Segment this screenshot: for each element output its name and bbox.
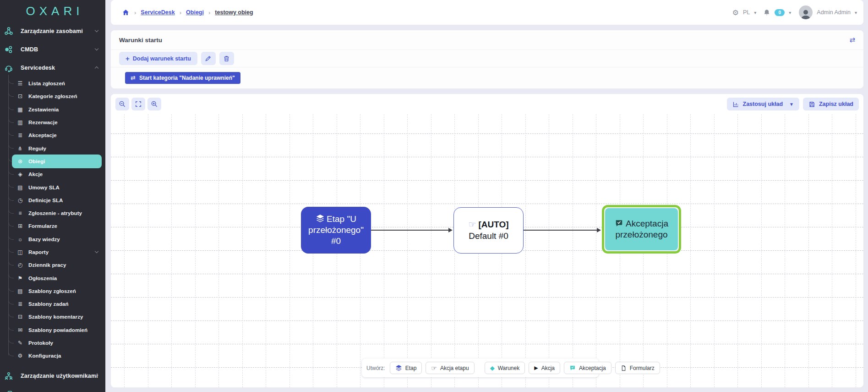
sidebar-item-lista-zgloszen[interactable]: ☰Lista zgłoszeń <box>0 77 105 90</box>
chevron-down-icon: ▼ <box>789 102 794 107</box>
canvas-toolbar: Zastosuj układ ▼ Zapisz układ <box>111 94 863 114</box>
sidebar-item-rezerwacje[interactable]: ▥Rezerwacje <box>0 116 105 129</box>
sidebar-item-zestawienia[interactable]: ▦Zestawienia <box>0 103 105 116</box>
breadcrumb-obiegi[interactable]: Obiegi <box>186 9 204 16</box>
sidebar-item-label: Szablony komentarzy <box>28 314 83 320</box>
node-accept[interactable]: Akceptacja przełożonego <box>605 208 678 250</box>
save-icon <box>808 101 815 108</box>
sidebar-item-zgloszenie-atrybuty[interactable]: ≡Zgłoszenie - atrybuty <box>0 207 105 220</box>
sidebar-item-label: Rezerwacje <box>28 120 58 125</box>
sidebar-item-label: Akceptacje <box>28 133 57 138</box>
hand-point-icon: ☞ <box>431 364 437 372</box>
delete-button[interactable] <box>219 52 234 65</box>
sidebar-item-raporty[interactable]: ◫Raporty <box>0 246 105 259</box>
table-icon: ▦ <box>16 106 24 113</box>
home-icon[interactable] <box>122 9 130 16</box>
create-toolbar-label: Utwórz: <box>366 365 385 371</box>
notification-count-badge[interactable]: 0 <box>775 9 785 16</box>
template-notification-icon: ✉ <box>16 327 24 333</box>
workflow-canvas[interactable]: Zastosuj układ ▼ Zapisz układ Etap "U pr… <box>111 94 863 387</box>
sidebar-item-label: Szablony powiadomień <box>28 327 87 333</box>
chevron-down-icon[interactable]: ▾ <box>855 10 857 15</box>
create-etap-button[interactable]: Etap <box>390 362 422 374</box>
breadcrumb-servicedesk[interactable]: ServiceDesk <box>141 9 175 16</box>
documents-icon <box>4 390 14 392</box>
sidebar-item-akceptacje[interactable]: ≣Akceptacje <box>0 129 105 142</box>
avatar[interactable] <box>799 6 813 19</box>
breadcrumb-separator: › <box>208 9 210 16</box>
chevron-down-icon <box>95 47 98 50</box>
sidebar-item-szablony-zgloszen[interactable]: ▤Szablony zgłoszeń <box>0 285 105 298</box>
form-icon: ⊞ <box>16 223 24 229</box>
sidebar-item-label: Zgłoszenie - atrybuty <box>28 210 82 216</box>
bell-icon[interactable] <box>763 9 770 17</box>
chevron-down-icon[interactable]: ▾ <box>754 10 756 15</box>
create-akcja-etapu-button[interactable]: ☞ Akcja etapu <box>426 362 474 374</box>
sidebar-item-szablony-zadan[interactable]: ≣Szablony zadań <box>0 298 105 310</box>
chevron-down-icon <box>95 249 98 253</box>
sidebar-section-zarzadzanie-zasobami[interactable]: Zarządzanie zasobami <box>0 22 105 40</box>
chevron-down-icon[interactable]: ▾ <box>789 10 791 15</box>
approvals-icon: ≣ <box>16 132 24 138</box>
edit-button[interactable] <box>201 52 216 65</box>
attributes-icon: ≡ <box>16 210 24 216</box>
hand-point-icon: ☞ <box>468 220 476 229</box>
sidebar-item-szablony-komentarzy[interactable]: ⊟Szablony komentarzy <box>0 310 105 323</box>
sidebar-item-label: Obiegi <box>28 159 45 164</box>
breadcrumb-current: testowy obieg <box>215 9 253 16</box>
sidebar-item-protokoly[interactable]: ✎Protokoły <box>0 337 105 349</box>
rules-icon: ⋔ <box>16 145 24 152</box>
fit-view-button[interactable] <box>131 98 145 110</box>
sidebar-item-dziennik-pracy[interactable]: ◴Dziennik pracy <box>0 259 105 271</box>
apply-layout-button[interactable]: Zastosuj układ ▼ <box>727 98 799 110</box>
user-name[interactable]: Admin Admin <box>817 9 851 16</box>
create-warunek-button[interactable]: ◆ Warunek <box>485 362 525 374</box>
swap-icon[interactable]: ⇄ <box>849 36 855 44</box>
gear-icon[interactable]: ⚙ <box>732 8 739 17</box>
sidebar-section-servicedesk[interactable]: Servicedesk <box>0 59 105 77</box>
add-start-condition-button[interactable]: + Dodaj warunek startu <box>119 52 197 65</box>
sidebar-section-cmdb[interactable]: CMDB <box>0 40 105 59</box>
sidebar-item-umowy-sla[interactable]: ▤Umowy SLA <box>0 181 105 193</box>
sidebar-section-label: Servicedesk <box>21 65 55 71</box>
node-etap[interactable]: Etap "U przełożonego" #0 <box>301 207 371 254</box>
language-selector[interactable]: PL <box>743 9 750 16</box>
sidebar-section-label: Zarządzanie zasobami <box>21 28 83 34</box>
sidebar-item-label: Umowy SLA <box>28 185 60 190</box>
create-formularz-button[interactable]: Formularz <box>615 362 660 374</box>
sidebar-item-obiegi[interactable]: ⊛Obiegi <box>0 155 105 168</box>
users-icon <box>4 371 14 381</box>
swap-icon: ⇄ <box>131 74 136 81</box>
layers-icon <box>316 215 325 223</box>
sidebar-item-ogloszenia[interactable]: ⚑Ogłoszenia <box>0 271 105 284</box>
tags-icon: ⊡ <box>16 93 24 99</box>
knowledge-icon: ☼ <box>16 236 24 243</box>
zoom-in-icon <box>151 100 158 108</box>
breadcrumb-separator: › <box>180 9 181 16</box>
start-condition-chip[interactable]: ⇄ Start kategoria "Nadanie uprawnień" <box>125 72 240 84</box>
layout-chart-icon <box>732 101 739 108</box>
sidebar-section-zarzadzanie-dokumentami[interactable]: Zarządzanie dokumentami <box>0 385 105 392</box>
sidebar-item-reguly[interactable]: ⋔Reguły <box>0 142 105 155</box>
zoom-out-button[interactable] <box>115 98 129 110</box>
sidebar-item-formularze[interactable]: ⊞Formularze <box>0 220 105 232</box>
bubble-check-icon <box>569 365 576 371</box>
sidebar-item-bazy-wiedzy[interactable]: ☼Bazy wiedzy <box>0 233 105 246</box>
sidebar-item-definicje-sla[interactable]: ◷Definicje SLA <box>0 194 105 207</box>
sidebar-item-kategorie-zgloszen[interactable]: ⊡Kategorie zgłoszeń <box>0 90 105 103</box>
template-comment-icon: ⊟ <box>16 314 24 320</box>
create-etap-label: Etap <box>405 365 417 371</box>
sidebar-item-akcje[interactable]: ◈Akcje <box>0 168 105 181</box>
announcement-icon: ⚑ <box>16 275 24 282</box>
zoom-in-button[interactable] <box>147 98 161 110</box>
node-auto[interactable]: ☞[AUTO] Default #0 <box>453 207 524 254</box>
sidebar-item-szablony-powiadomien[interactable]: ✉Szablony powiadomień <box>0 324 105 337</box>
save-layout-button[interactable]: Zapisz układ <box>803 98 859 110</box>
sidebar-item-konfiguracja[interactable]: ⚙Konfiguracja <box>0 349 105 362</box>
create-akcja-button[interactable]: ▶ Akcja <box>529 362 560 374</box>
asset-nodes-icon <box>4 27 14 36</box>
add-start-condition-label: Dodaj warunek startu <box>133 55 191 62</box>
create-akceptacja-button[interactable]: Akceptacja <box>564 362 611 374</box>
sidebar-section-zarzadzanie-uzytkownikami[interactable]: Zarządzanie użytkownikami <box>0 367 105 385</box>
node-accept-selection-outline[interactable]: Akceptacja przełożonego <box>602 205 681 254</box>
